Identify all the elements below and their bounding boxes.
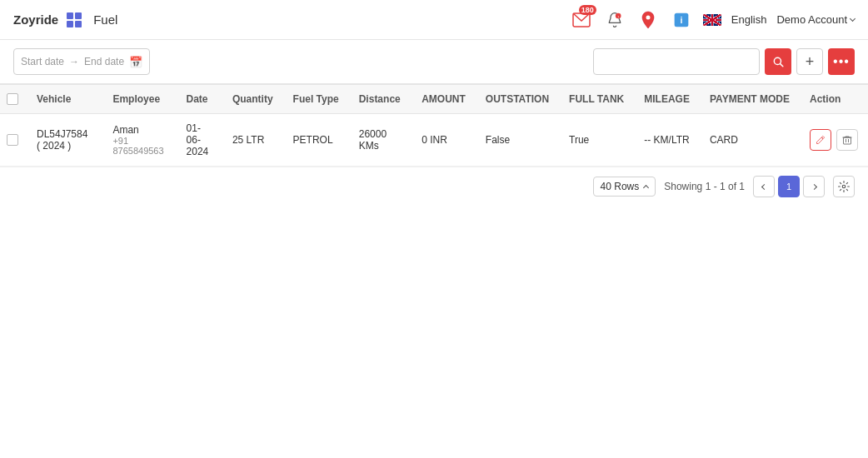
col-employee: Employee: [102, 85, 176, 114]
bell-icon[interactable]: !: [603, 8, 626, 32]
svg-point-3: [646, 15, 650, 19]
pagination-bar: 40 Rows Showing 1 - 1 of 1 1: [0, 167, 868, 206]
mail-notification-icon[interactable]: 180: [570, 8, 593, 32]
col-outstation: OUTSTATION: [476, 85, 559, 114]
col-payment-mode: PAYMENT MODE: [700, 85, 800, 114]
select-all-checkbox[interactable]: [7, 93, 18, 105]
account-chevron-icon: [850, 16, 856, 22]
date-range-arrow-icon: →: [69, 56, 79, 67]
table-body: DL54J7584 ( 2024 ) Aman +91 8765849563 0…: [0, 114, 868, 167]
end-date-label: End date: [84, 56, 124, 67]
fuel-table-container: Vehicle Employee Date Quantity Fuel Type…: [0, 84, 868, 167]
col-mileage: MILEAGE: [634, 85, 700, 114]
row-distance: 26000 KMs: [349, 114, 412, 167]
page-title: Fuel: [93, 12, 117, 27]
col-date: Date: [177, 85, 222, 114]
toolbar: Start date → End date 📅 + •••: [0, 40, 868, 84]
map-icon[interactable]: [636, 8, 660, 32]
row-payment-mode: CARD: [700, 114, 800, 167]
row-outstation: False: [476, 114, 559, 167]
search-button[interactable]: [765, 48, 791, 75]
action-buttons: [810, 129, 858, 151]
row-mileage: -- KM/LTR: [634, 114, 700, 167]
row-checkbox-cell: [0, 114, 27, 167]
account-menu[interactable]: Demo Account: [776, 13, 855, 26]
header: Zoyride Fuel 180 !: [0, 0, 868, 40]
svg-rect-11: [703, 18, 721, 21]
brand-name: Zoyride: [13, 12, 58, 27]
svg-point-21: [842, 185, 846, 188]
delete-icon: [842, 135, 852, 145]
more-options-button[interactable]: •••: [828, 48, 855, 75]
svg-rect-13: [703, 19, 721, 21]
svg-line-16: [781, 64, 783, 67]
svg-line-10: [703, 14, 721, 26]
fuel-table: Vehicle Employee Date Quantity Fuel Type…: [0, 84, 868, 167]
delete-button[interactable]: [836, 129, 858, 151]
svg-text:!: !: [617, 14, 618, 18]
header-left: Zoyride Fuel: [13, 12, 570, 27]
row-full-tank: True: [559, 114, 634, 167]
svg-text:i: i: [680, 15, 682, 25]
col-fuel-type: Fuel Type: [283, 85, 349, 114]
showing-text: Showing 1 - 1 of 1: [664, 181, 745, 192]
add-button[interactable]: +: [796, 48, 823, 75]
svg-rect-6: [703, 14, 721, 26]
table-settings-button[interactable]: [833, 176, 855, 197]
calendar-icon: 📅: [129, 56, 142, 68]
start-date-label: Start date: [21, 56, 64, 67]
prev-page-icon: [761, 183, 766, 189]
edit-icon: [816, 135, 826, 145]
table-header-row: Vehicle Employee Date Quantity Fuel Type…: [0, 85, 868, 114]
col-vehicle: Vehicle: [27, 85, 102, 114]
row-action: [800, 114, 868, 167]
settings-icon: [838, 181, 850, 192]
toolbar-left: Start date → End date 📅: [13, 48, 150, 75]
row-date: 01-06-2024: [177, 114, 222, 167]
grid-icon[interactable]: [67, 12, 82, 27]
next-page-button[interactable]: [803, 176, 825, 197]
col-distance: Distance: [349, 85, 412, 114]
search-icon: [772, 56, 784, 67]
employee-name: Aman: [112, 124, 166, 136]
rows-per-page-label: 40 Rows: [601, 181, 640, 192]
mail-badge: 180: [579, 5, 596, 15]
toolbar-right: + •••: [593, 48, 855, 75]
next-page-icon: [811, 183, 816, 189]
account-name: Demo Account: [776, 13, 847, 26]
row-checkbox[interactable]: [7, 134, 18, 146]
col-full-tank: FULL TANK: [559, 85, 634, 114]
col-amount: AMOUNT: [412, 85, 476, 114]
rows-per-page-selector[interactable]: 40 Rows: [593, 177, 656, 197]
header-checkbox-cell: [0, 85, 27, 114]
row-quantity: 25 LTR: [222, 114, 283, 167]
language-label[interactable]: English: [731, 13, 767, 26]
flag-icon: [703, 14, 721, 26]
col-action: Action: [800, 85, 868, 114]
date-range-picker[interactable]: Start date → End date 📅: [13, 48, 150, 75]
svg-line-8: [703, 14, 721, 26]
rows-selector-chevron-icon: [643, 184, 649, 190]
row-fuel-type: PETROL: [283, 114, 349, 167]
row-vehicle: DL54J7584 ( 2024 ): [27, 114, 102, 167]
search-input[interactable]: [593, 48, 760, 75]
page-navigation: 1: [753, 176, 825, 197]
table-row: DL54J7584 ( 2024 ) Aman +91 8765849563 0…: [0, 114, 868, 167]
employee-phone: +91 8765849563: [112, 136, 166, 156]
page-1-button[interactable]: 1: [778, 176, 800, 197]
edit-button[interactable]: [810, 129, 831, 151]
svg-rect-14: [711, 14, 713, 26]
svg-line-9: [703, 14, 721, 26]
svg-line-7: [703, 14, 721, 26]
row-amount: 0 INR: [412, 114, 476, 167]
svg-rect-17: [843, 137, 851, 144]
prev-page-button[interactable]: [753, 176, 775, 197]
info-icon[interactable]: i: [670, 8, 693, 32]
row-employee: Aman +91 8765849563: [102, 114, 176, 167]
svg-rect-12: [711, 14, 713, 26]
col-quantity: Quantity: [222, 85, 283, 114]
header-right: 180 ! i: [570, 8, 855, 32]
